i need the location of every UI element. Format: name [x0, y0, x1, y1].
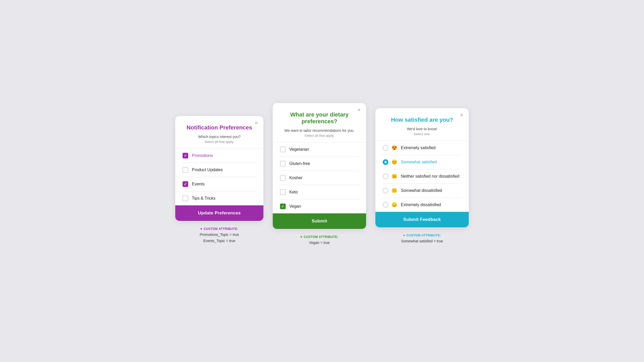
checkbox-tips-tricks-box: [183, 196, 188, 201]
radio-extremely-dissatisfied-circle: [383, 202, 388, 208]
notification-subtitle: Which topics interest you?: [183, 135, 256, 139]
left-custom-attr-values: Promotions_Topic = trueEvents_Topic = tr…: [200, 232, 239, 244]
checkmark: ✓: [281, 205, 284, 208]
radio-somewhat-satisfied-circle: [383, 159, 388, 165]
checkbox-vegetarian-label: Vegetarian: [289, 147, 309, 152]
right-custom-attr-title: ♥ CUSTOM ATTRIBUTE:: [401, 234, 443, 237]
checkbox-keto-label: Keto: [289, 190, 298, 194]
page-container: ✕ Notification Preferences Which topics …: [166, 116, 478, 246]
checkbox-gluten-free[interactable]: Gluten-free: [280, 157, 359, 171]
radio-extremely-satisfied-circle: [383, 145, 388, 151]
submit-feedback-button[interactable]: Submit Feedback: [375, 212, 469, 227]
notification-modal: ✕ Notification Preferences Which topics …: [175, 116, 263, 221]
close-button-left[interactable]: ✕: [253, 120, 259, 126]
checkbox-promotions[interactable]: ✓ Promotions: [183, 149, 256, 163]
dietary-modal-inner: What are your dietary preferences? We wa…: [273, 103, 366, 213]
checkbox-vegetarian-box: [280, 147, 286, 152]
checkbox-tips-tricks[interactable]: Tips & Tricks: [183, 191, 256, 205]
checkbox-gluten-free-label: Gluten-free: [289, 161, 310, 166]
dietary-subtitle: We want to tailor recommendations for yo…: [280, 128, 359, 133]
satisfaction-subtitle: We'd love to know!: [383, 127, 461, 131]
checkbox-vegetarian[interactable]: Vegetarian: [280, 142, 359, 157]
dietary-instruction: Select all that apply.: [280, 134, 359, 137]
checkbox-vegan[interactable]: ✓ Vegan: [280, 199, 359, 213]
emoji-extremely-dissatisfied: 😞: [391, 202, 397, 208]
checkmark: ✓: [184, 182, 187, 186]
checkbox-kosher[interactable]: Kosher: [280, 171, 359, 185]
checkmark: ✓: [184, 154, 187, 157]
emoji-extremely-satisfied: 😍: [391, 145, 397, 151]
checkbox-kosher-label: Kosher: [289, 176, 303, 180]
middle-custom-attr: ♥ CUSTOM ATTRIBUTE: Vegan = true: [300, 235, 339, 246]
checkbox-keto[interactable]: Keto: [280, 185, 359, 199]
radio-somewhat-satisfied-label: Somewhat satisfied: [401, 160, 437, 164]
satisfaction-title: How satisfied are you?: [383, 117, 461, 123]
checkbox-kosher-box: [280, 175, 286, 181]
right-panel-wrapper: ✕ How satisfied are you? We'd love to kn…: [375, 116, 469, 244]
checkbox-vegan-box: ✓: [280, 204, 286, 209]
checkbox-product-updates-label: Product Updates: [192, 168, 223, 172]
checkbox-promotions-label: Promotions: [192, 153, 213, 158]
middle-custom-attr-values: Vegan = true: [300, 240, 339, 246]
checkbox-promotions-box: ✓: [183, 153, 188, 158]
checkbox-keto-box: [280, 189, 286, 195]
checkbox-events-box: ✓: [183, 181, 188, 187]
heart-icon-left: ♥: [200, 227, 202, 231]
satisfaction-modal: ✕ How satisfied are you? We'd love to kn…: [375, 108, 469, 227]
left-custom-attr: ♥ CUSTOM ATTRIBUTE: Promotions_Topic = t…: [200, 227, 239, 244]
radio-extremely-dissatisfied-label: Extremely dissatisfied: [401, 202, 441, 207]
checkbox-events[interactable]: ✓ Events: [183, 177, 256, 191]
heart-icon-middle: ♥: [300, 235, 303, 239]
emoji-neutral: 😐: [391, 173, 397, 179]
heart-icon-right: ♥: [403, 234, 405, 237]
radio-neutral[interactable]: 😐 Neither satisfied nor dissatisfied: [383, 169, 461, 184]
checkbox-product-updates[interactable]: Product Updates: [183, 163, 256, 177]
notification-title: Notification Preferences: [183, 124, 256, 131]
submit-dietary-button[interactable]: Submit: [273, 213, 366, 229]
radio-neutral-circle: [383, 173, 388, 179]
close-button-right[interactable]: ✕: [459, 112, 465, 119]
checkbox-product-updates-box: [183, 167, 188, 173]
notification-instruction: Select all that apply.: [183, 140, 256, 144]
dietary-title: What are your dietary preferences?: [280, 111, 359, 125]
close-button-middle[interactable]: ✕: [356, 107, 362, 113]
middle-custom-attr-title: ♥ CUSTOM ATTRIBUTE:: [300, 235, 339, 239]
emoji-somewhat-satisfied: 😊: [391, 159, 397, 165]
left-custom-attr-title: ♥ CUSTOM ATTRIBUTE:: [200, 227, 239, 231]
left-panel-wrapper: ✕ Notification Preferences Which topics …: [175, 116, 263, 244]
update-preferences-button[interactable]: Update Preferences: [175, 205, 263, 221]
checkbox-events-label: Events: [192, 182, 205, 186]
radio-extremely-dissatisfied[interactable]: 😞 Extremely dissatisfied: [383, 198, 461, 212]
dietary-modal: ✕ What are your dietary preferences? We …: [273, 103, 366, 229]
checkbox-vegan-label: Vegan: [289, 204, 301, 209]
radio-extremely-satisfied-label: Extremely satisfied: [401, 146, 436, 150]
radio-extremely-satisfied[interactable]: 😍 Extremely satisfied: [383, 141, 461, 155]
checkbox-tips-tricks-label: Tips & Tricks: [192, 196, 215, 201]
radio-somewhat-dissatisfied[interactable]: 😕 Somewhat dissatisfied: [383, 184, 461, 198]
right-custom-attr-values: Somewhat satisfied = true: [401, 238, 443, 244]
checkbox-gluten-free-box: [280, 161, 286, 166]
satisfaction-modal-inner: How satisfied are you? We'd love to know…: [375, 108, 469, 212]
right-custom-attr: ♥ CUSTOM ATTRIBUTE: Somewhat satisfied =…: [401, 234, 443, 244]
radio-somewhat-dissatisfied-circle: [383, 188, 388, 193]
radio-somewhat-dissatisfied-label: Somewhat dissatisfied: [401, 188, 442, 193]
satisfaction-instruction: Select one.: [383, 132, 461, 136]
radio-somewhat-satisfied[interactable]: 😊 Somewhat satisfied: [383, 155, 461, 169]
radio-neutral-label: Neither satisfied nor dissatisfied: [401, 174, 459, 179]
middle-panel-wrapper: ✕ What are your dietary preferences? We …: [273, 116, 366, 246]
emoji-somewhat-dissatisfied: 😕: [391, 188, 397, 193]
notification-modal-inner: Notification Preferences Which topics in…: [175, 116, 263, 205]
